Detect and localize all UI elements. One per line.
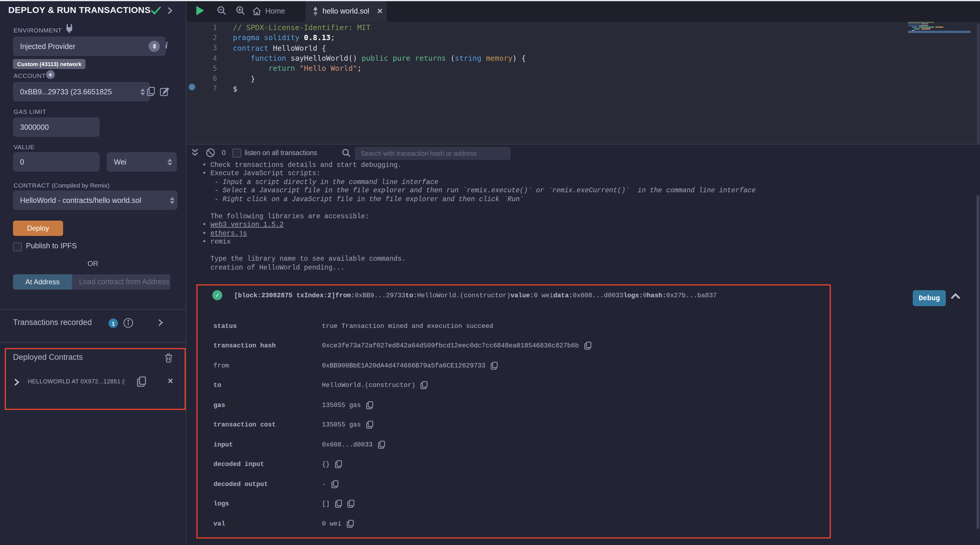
code-text: $ [233, 84, 237, 93]
tx-detail-row: from0xBB900BbE1A20dA4d474666B79a5fa6CE12… [197, 356, 830, 375]
deployed-contract-item[interactable]: HELLOWORLD AT 0X972...12851 (B [28, 378, 125, 384]
copy-deployed-icon[interactable] [137, 376, 146, 387]
account-label: ACCOUNT [14, 72, 46, 79]
at-address-button[interactable]: At Address [13, 274, 72, 290]
add-account-icon[interactable]: + [46, 70, 55, 79]
value-input[interactable] [13, 158, 100, 166]
editor-line-marker-dot[interactable] [189, 84, 195, 90]
contract-select[interactable]: HelloWorld - contracts/hello world.sol [13, 191, 178, 210]
solidity-file-icon [312, 6, 318, 16]
pending-tx-count: 0 [222, 149, 226, 157]
tx-detail-row: transaction cost135055 gas [197, 415, 830, 435]
tx-detail-label: gas [197, 402, 322, 409]
copy-icon[interactable] [366, 421, 373, 429]
deploy-button[interactable]: Deploy [13, 221, 63, 236]
tx-detail-row: logs[] [197, 494, 830, 514]
tx-detail-label: val [197, 520, 322, 527]
tab-hello-world-sol[interactable]: hello world.sol ✕ [305, 0, 387, 22]
value-unit-select[interactable]: Wei [107, 152, 177, 172]
tx-detail-label: transaction cost [197, 421, 322, 429]
copy-icon[interactable] [584, 342, 591, 350]
code-line[interactable]: 5 return "Hello World"; [186, 63, 980, 73]
line-number: 3 [186, 44, 217, 52]
editor-scrollbar[interactable] [977, 24, 979, 163]
copy-icon[interactable] [491, 362, 498, 370]
gas-limit-input[interactable] [13, 123, 100, 131]
at-address-input[interactable] [72, 278, 170, 286]
copy-icon[interactable] [335, 461, 342, 469]
account-select[interactable]: 0xBB9...29733 (23.6651825 [13, 82, 150, 102]
code-text: } [233, 74, 255, 83]
collapse-tx-chevron-icon[interactable] [951, 293, 960, 299]
select-arrows-icon [149, 41, 160, 52]
copy-icon[interactable] [421, 381, 428, 390]
listen-transactions-label: listen on all transactions [245, 149, 317, 156]
clear-pending-ban-icon[interactable] [206, 148, 215, 158]
code-line[interactable]: 2pragma solidity 0.8.13; [186, 33, 980, 43]
debug-button[interactable]: Debug [913, 290, 946, 306]
copy-icon[interactable] [366, 401, 373, 410]
terminal-link[interactable]: web3 version 1.5.2 [210, 221, 284, 229]
code-text: function sayHelloWorld() public pure ret… [233, 54, 526, 62]
copy-account-icon[interactable] [147, 87, 155, 96]
deployed-contracts-title: Deployed Contracts [13, 353, 83, 362]
code-editor[interactable]: 1// SPDX-License-Identifier: MIT2pragma … [186, 22, 980, 144]
tab-home[interactable]: Home [252, 0, 285, 22]
terminal-scrollbar[interactable] [977, 195, 979, 529]
code-line[interactable]: 4 function sayHelloWorld() public pure r… [186, 53, 980, 64]
copy-icon[interactable] [335, 500, 342, 508]
editor-minimap[interactable] [908, 22, 970, 33]
copy-icon[interactable] [347, 500, 355, 508]
select-carets-icon [140, 88, 145, 95]
close-tab-icon[interactable]: ✕ [377, 7, 383, 15]
terminal-log-line: • web3 version 1.5.2 [202, 220, 756, 229]
terminal-panel: 0 listen on all transactions • Check tra… [186, 144, 980, 545]
tx-detail-label: decoded output [197, 481, 322, 488]
tx-detail-label: decoded input [197, 461, 322, 468]
terminal-toolbar: 0 listen on all transactions [186, 145, 980, 161]
panel-collapse-chevron-icon[interactable] [167, 7, 173, 14]
deployed-item-expand-chevron-icon[interactable] [14, 379, 19, 386]
transactions-expand-chevron-icon[interactable] [158, 319, 163, 326]
transactions-info-icon[interactable] [123, 318, 133, 328]
expand-terminal-chevrons-icon[interactable] [191, 149, 199, 157]
gas-limit-label: GAS LIMIT [14, 108, 46, 115]
environment-label: ENVIRONMENT [14, 27, 62, 33]
tx-summary-line[interactable]: [block:23082875 txIndex:2] from: 0xBB9..… [234, 288, 824, 303]
contract-label: CONTRACT (Compiled by Remix) [14, 182, 110, 189]
transaction-result-block: ✓ [block:23082875 txIndex:2] from: 0xBB9… [196, 284, 831, 539]
copy-icon[interactable] [331, 480, 338, 488]
publish-ipfs-label: Publish to IPFS [26, 242, 76, 250]
environment-select[interactable]: Injected Provider [13, 37, 166, 56]
section-divider [0, 342, 186, 343]
code-line[interactable]: 6 } [186, 73, 980, 84]
tx-success-check-icon: ✓ [212, 290, 222, 300]
code-line[interactable]: 1// SPDX-License-Identifier: MIT [186, 22, 980, 33]
publish-ipfs-checkbox[interactable] [13, 242, 22, 251]
tx-detail-label: from [197, 362, 322, 369]
listen-transactions-checkbox[interactable] [232, 149, 241, 158]
copy-icon[interactable] [347, 520, 354, 528]
run-script-play-icon[interactable] [196, 6, 204, 15]
zoom-out-icon[interactable] [217, 6, 226, 15]
tx-detail-label: logs [197, 500, 322, 508]
tx-detail-label: status [197, 323, 322, 330]
terminal-log-line: creation of HelloWorld pending... [202, 263, 756, 272]
tx-detail-value: [] [322, 500, 329, 508]
terminal-link[interactable]: ethers.js [210, 229, 247, 237]
tx-detail-value: true Transaction mined and execution suc… [322, 323, 493, 330]
remove-deployed-icon[interactable]: ✕ [167, 377, 173, 385]
terminal-search-input[interactable] [355, 147, 511, 159]
edit-account-icon[interactable] [160, 87, 169, 96]
zoom-in-icon[interactable] [236, 6, 245, 15]
line-number: 1 [186, 23, 217, 32]
environment-info-icon[interactable]: i [165, 40, 168, 51]
trash-icon[interactable] [164, 353, 173, 363]
code-line[interactable]: 7$ [186, 84, 980, 94]
terminal-log-line: • remix [202, 237, 756, 246]
tx-detail-value: 135055 gas [322, 421, 361, 429]
editor-terminal-area: Home hello world.sol ✕ 1// SPDX-License-… [186, 0, 980, 545]
copy-icon[interactable] [378, 441, 385, 449]
code-line[interactable]: 3contract HelloWorld { [186, 43, 980, 53]
tx-detail-value: 0xBB900BbE1A20dA4d474666B79a5fa6CE126297… [322, 362, 485, 369]
